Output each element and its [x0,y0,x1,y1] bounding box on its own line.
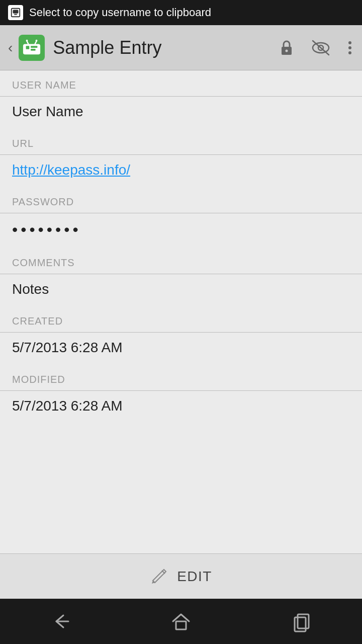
edit-pencil-icon [150,567,168,587]
svg-point-9 [26,39,28,41]
app-logo [19,35,45,61]
lock-icon[interactable] [278,39,296,57]
field-value-username: User Name [0,97,362,129]
field-value-comments: Notes [0,274,362,306]
recents-nav-button[interactable] [282,606,322,636]
eye-icon[interactable] [310,39,332,57]
app-bar: ‹ Sample Entry [0,25,362,70]
nav-bar [0,599,362,644]
back-nav-button[interactable] [40,606,80,636]
field-label-url: URL [12,138,350,149]
svg-point-12 [286,49,288,52]
field-label-modified: MODIFIED [12,374,350,385]
field-label-username: USER NAME [12,79,350,91]
field-section-username: USER NAME [0,70,362,96]
svg-point-16 [348,41,351,44]
svg-point-17 [348,46,351,49]
more-icon[interactable] [346,39,354,57]
field-value-url[interactable]: http://keepass.info/ [0,155,362,187]
field-section-url: URL [0,129,362,154]
field-section-created: CREATED [0,306,362,332]
home-nav-button[interactable] [161,606,201,636]
svg-rect-6 [31,48,36,50]
page-title: Sample Entry [53,37,278,58]
field-section-password: PASSWORD [0,187,362,213]
field-value-modified: 5/7/2013 6:28 AM [0,391,362,423]
field-value-created: 5/7/2013 6:28 AM [0,333,362,365]
entry-content: USER NAMEUser NameURLhttp://keepass.info… [0,70,362,553]
svg-rect-4 [26,46,30,49]
svg-rect-21 [295,617,306,631]
field-section-modified: MODIFIED [0,365,362,390]
svg-rect-20 [298,614,309,628]
edit-label: EDIT [177,569,212,585]
svg-rect-5 [31,46,37,48]
svg-point-10 [36,39,38,41]
back-button[interactable]: ‹ [8,40,13,56]
edit-button[interactable]: EDIT [0,553,362,599]
status-bar-text: Select to copy username to clipboard [29,6,211,19]
svg-point-18 [348,51,351,54]
svg-rect-19 [176,621,186,629]
field-value-password: •••••••• [0,213,362,248]
field-label-password: PASSWORD [12,196,350,208]
status-bar: Select to copy username to clipboard [0,0,362,25]
field-label-created: CREATED [12,315,350,327]
field-section-comments: COMMENTS [0,248,362,274]
app-notification-icon [8,5,23,20]
field-label-comments: COMMENTS [12,257,350,269]
app-bar-actions [278,39,354,57]
svg-rect-1 [13,10,18,13]
